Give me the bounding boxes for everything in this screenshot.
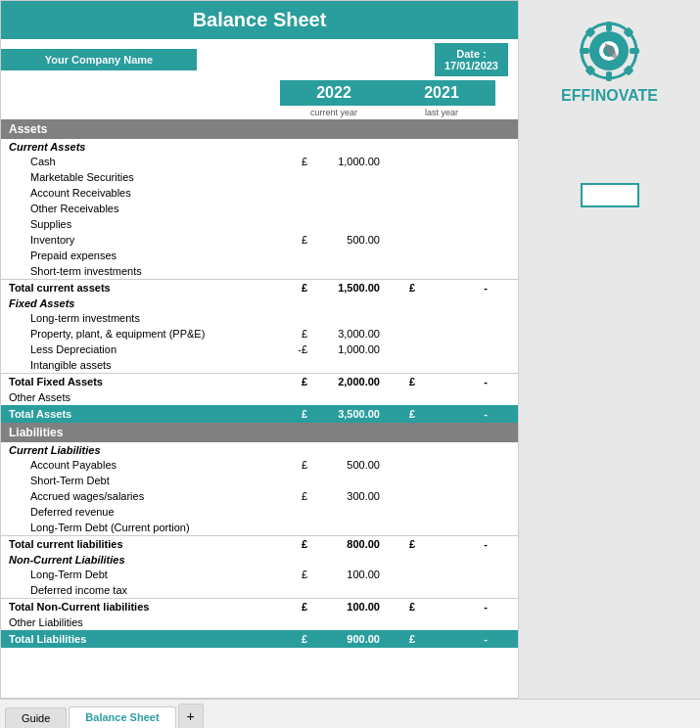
row-label: Deferred income tax bbox=[1, 583, 280, 597]
row-value: 100.00 bbox=[309, 568, 388, 581]
row-value: 3,000.00 bbox=[309, 327, 388, 341]
svg-rect-6 bbox=[630, 48, 639, 54]
row-value bbox=[417, 474, 495, 487]
row-symbol bbox=[388, 358, 417, 372]
row-value bbox=[417, 264, 495, 278]
row-value bbox=[309, 358, 388, 372]
row-value bbox=[309, 202, 388, 215]
row-symbol bbox=[280, 249, 309, 262]
table-row: Other Receivables bbox=[1, 201, 518, 216]
sub-empty bbox=[1, 106, 280, 119]
row-label: Cash bbox=[1, 155, 280, 168]
color-box[interactable] bbox=[581, 183, 639, 207]
total-current-assets-label: Total current assets bbox=[1, 280, 280, 296]
row-value bbox=[417, 327, 495, 341]
page-title: Balance Sheet bbox=[1, 1, 518, 39]
tab-guide[interactable]: Guide bbox=[5, 707, 67, 728]
total-liabilities-label: Total Liabilities bbox=[1, 630, 280, 648]
row-symbol bbox=[388, 568, 417, 581]
grand-total-symbol: £ bbox=[280, 630, 309, 648]
row-label: Long-Term Debt bbox=[1, 568, 280, 581]
row-label: Marketable Securities bbox=[1, 170, 280, 184]
row-symbol bbox=[388, 583, 417, 597]
row-value bbox=[309, 583, 388, 597]
total-value: - bbox=[417, 280, 495, 296]
row-value bbox=[309, 217, 388, 231]
total-fixed-assets-row: Total Fixed Assets £ 2,000.00 £ - bbox=[1, 373, 518, 389]
right-sidebar: EFFINOVATE bbox=[519, 0, 700, 699]
row-label: Long-Term Debt (Current portion) bbox=[1, 521, 280, 534]
row-symbol bbox=[280, 474, 309, 487]
row-value bbox=[417, 202, 495, 215]
table-row: Account Receivables bbox=[1, 185, 518, 201]
date-value: 17/01/2023 bbox=[444, 60, 498, 71]
row-label: Short-term investments bbox=[1, 264, 280, 278]
total-value: - bbox=[417, 374, 495, 389]
row-label: Accrued wages/salaries bbox=[1, 489, 280, 503]
date-box: Date : 17/01/2023 bbox=[435, 43, 508, 76]
total-value: - bbox=[417, 536, 495, 552]
company-name: Your Company Name bbox=[1, 49, 197, 70]
row-value: 500.00 bbox=[309, 233, 388, 247]
row-label: Less Depreciation bbox=[1, 342, 280, 356]
other-assets-label: Other Assets bbox=[1, 389, 518, 405]
row-label: Account Receivables bbox=[1, 186, 280, 200]
logo-company-name: EFFINOVATE bbox=[561, 87, 658, 104]
svg-rect-5 bbox=[580, 48, 589, 54]
row-symbol bbox=[388, 233, 417, 247]
tab-add-button[interactable]: + bbox=[178, 704, 204, 728]
row-symbol bbox=[388, 249, 417, 262]
row-value bbox=[417, 233, 495, 247]
row-value: 1,000.00 bbox=[309, 155, 388, 168]
table-row: Short-term investments bbox=[1, 263, 518, 279]
row-symbol bbox=[280, 170, 309, 184]
total-current-liabilities-label: Total current liabilities bbox=[1, 536, 280, 552]
grand-total-value: 900.00 bbox=[309, 630, 388, 648]
total-symbol: £ bbox=[388, 280, 417, 296]
row-value bbox=[417, 155, 495, 168]
row-symbol bbox=[280, 521, 309, 534]
total-non-current-liabilities-row: Total Non-Current liabilities £ 100.00 £… bbox=[1, 598, 518, 614]
table-row: Prepaid expenses bbox=[1, 248, 518, 263]
row-value bbox=[417, 170, 495, 184]
company-header: Your Company Name Date : 17/01/2023 bbox=[1, 39, 518, 80]
grand-total-value: - bbox=[417, 405, 495, 423]
logo-text: EFFINOVATE bbox=[561, 87, 658, 105]
row-symbol: -£ bbox=[280, 342, 309, 356]
table-row: Marketable Securities bbox=[1, 169, 518, 185]
row-symbol: £ bbox=[280, 489, 309, 503]
total-assets-label: Total Assets bbox=[1, 405, 280, 423]
table-row: Accrued wages/salaries £ 300.00 bbox=[1, 488, 518, 504]
table-row: Cash £ 1,000.00 bbox=[1, 154, 518, 169]
row-label: Supplies bbox=[1, 217, 280, 231]
row-label: Long-term investments bbox=[1, 311, 280, 325]
total-value: 800.00 bbox=[309, 536, 388, 552]
row-value bbox=[309, 474, 388, 487]
row-symbol bbox=[280, 264, 309, 278]
row-value bbox=[309, 249, 388, 262]
grand-total-value: 3,500.00 bbox=[309, 405, 388, 423]
total-value: 2,000.00 bbox=[309, 374, 388, 389]
row-symbol: £ bbox=[280, 458, 309, 472]
row-symbol bbox=[280, 583, 309, 597]
row-value bbox=[309, 170, 388, 184]
total-symbol: £ bbox=[388, 599, 417, 614]
row-value bbox=[309, 264, 388, 278]
total-symbol: £ bbox=[280, 536, 309, 552]
fixed-assets-header: Fixed Assets bbox=[1, 296, 518, 310]
row-symbol bbox=[388, 474, 417, 487]
row-symbol bbox=[388, 155, 417, 168]
row-symbol bbox=[388, 489, 417, 503]
date-label: Date : bbox=[444, 48, 498, 60]
tab-balance-sheet[interactable]: Balance Sheet bbox=[69, 706, 175, 728]
grand-total-symbol: £ bbox=[280, 405, 309, 423]
total-assets-row: Total Assets £ 3,500.00 £ - bbox=[1, 405, 518, 423]
year-empty bbox=[1, 80, 280, 106]
row-symbol bbox=[388, 458, 417, 472]
row-value bbox=[417, 249, 495, 262]
current-liabilities-header: Current Liabilities bbox=[1, 442, 518, 457]
row-symbol bbox=[280, 202, 309, 215]
row-symbol: £ bbox=[280, 568, 309, 581]
table-row: Supplies bbox=[1, 216, 518, 232]
row-symbol bbox=[280, 311, 309, 325]
